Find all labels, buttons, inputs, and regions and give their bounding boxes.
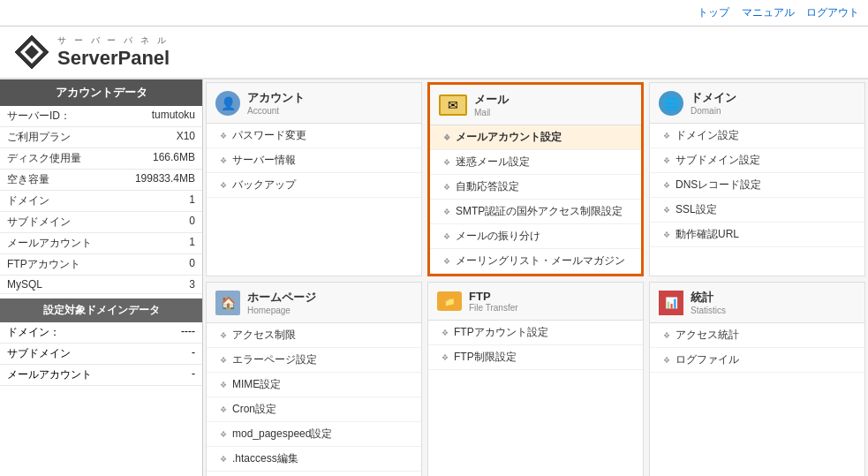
panel-item[interactable]: サブドメイン設定: [650, 148, 864, 173]
sidebar-row: FTPアカウント 0: [0, 254, 202, 276]
panel-item[interactable]: FTPアカウント設定: [428, 321, 643, 345]
ftp-panel-header: 📁 FTP File Transfer: [428, 283, 643, 321]
sidebar-header: アカウントデータ: [0, 79, 202, 106]
domain-header-text: ドメイン Domain: [691, 90, 736, 116]
ftp-subtitle: File Transfer: [469, 303, 518, 313]
panel-item[interactable]: .htaccess編集: [207, 447, 421, 472]
mail-title: メール: [474, 92, 509, 108]
sidebar-row: サブドメイン 0: [0, 212, 202, 233]
ftp-header-text: FTP File Transfer: [469, 290, 518, 313]
sidebar-section-header: 設定対象ドメインデータ: [0, 298, 202, 322]
account-title: アカウント: [247, 90, 305, 106]
ftp-title: FTP: [469, 290, 518, 303]
domain-panel-header: 🌐 ドメイン Domain: [650, 83, 864, 124]
stats-icon: 📊: [659, 291, 683, 315]
sidebar-row: メールアカウント 1: [0, 233, 202, 254]
panel-item[interactable]: 自動応答設定: [430, 175, 641, 200]
sidebar-row: サーバーID： tumutoku: [0, 106, 202, 127]
statistics-subtitle: Statistics: [691, 306, 726, 315]
sidebar-row: ご利用プラン X10: [0, 127, 202, 148]
mail-icon: ✉: [439, 94, 467, 116]
panel-item[interactable]: ログファイル: [650, 348, 864, 373]
account-header-text: アカウント Account: [247, 90, 305, 116]
domain-title: ドメイン: [691, 90, 736, 106]
sidebar-row: 空き容量 199833.4MB: [0, 170, 202, 191]
sidebar-domain-row: サブドメイン -: [0, 344, 202, 365]
disk-value: 166.6MB: [153, 151, 195, 166]
mysql-value: 3: [189, 278, 195, 291]
logout-link[interactable]: ログアウト: [806, 6, 859, 19]
logo-area: サ ー バ ー パ ネ ル ServerPanel: [13, 34, 170, 71]
panel-item[interactable]: バックアップ: [207, 173, 421, 198]
logo-subtext: サ ー バ ー パ ネ ル: [57, 34, 170, 47]
server-id-value: tumutoku: [152, 109, 195, 124]
target-subdomain-label: サブドメイン: [7, 346, 71, 361]
panel-item[interactable]: ドメイン設定: [650, 124, 864, 148]
panel-item[interactable]: メールアカウント設定: [430, 125, 641, 150]
top-link[interactable]: トップ: [698, 6, 729, 19]
account-subtitle: Account: [247, 106, 305, 116]
sidebar-row: MySQL 3: [0, 276, 202, 294]
domain-panel: 🌐 ドメイン Domain ドメイン設定 サブドメイン設定 DNSレコード設定 …: [649, 82, 865, 276]
panel-item[interactable]: SSL設定: [650, 198, 864, 223]
homepage-panel: 🏠 ホームページ Homepage アクセス制限 エラーページ設定 MIME設定…: [206, 282, 422, 476]
top-bar: トップ マニュアル ログアウト: [0, 0, 868, 26]
sidebar-domain-row: メールアカウント -: [0, 365, 202, 386]
panel-item[interactable]: Cron設定: [207, 397, 421, 422]
mysql-label: MySQL: [7, 278, 42, 291]
target-mail-value: -: [192, 367, 195, 382]
sidebar: アカウントデータ サーバーID： tumutoku ご利用プラン X10 ディス…: [0, 79, 203, 476]
panel-item[interactable]: メーリングリスト・メールマガジン: [430, 249, 641, 274]
panel-item[interactable]: サーバー情報: [207, 148, 421, 173]
panel-item[interactable]: mod_pagespeed設定: [207, 422, 421, 447]
panel-item[interactable]: アクセス統計: [650, 323, 864, 348]
statistics-title: 統計: [691, 290, 726, 306]
ftp-panel: 📁 FTP File Transfer FTPアカウント設定 FTP制限設定: [427, 282, 644, 476]
mail-panel-header: ✉ メール Mail: [430, 85, 641, 125]
account-icon: 👤: [215, 91, 240, 116]
panel-item[interactable]: 動作確認URL: [650, 223, 864, 247]
panel-item[interactable]: 迷惑メール設定: [430, 150, 641, 175]
panel-item[interactable]: メールの振り分け: [430, 224, 641, 249]
main-layout: アカウントデータ サーバーID： tumutoku ご利用プラン X10 ディス…: [0, 79, 868, 476]
target-domain-value: ----: [181, 325, 195, 340]
homepage-icon: 🏠: [215, 291, 240, 315]
panel-item[interactable]: パスワード変更: [207, 124, 421, 148]
plan-value: X10: [177, 130, 195, 145]
plan-label: ご利用プラン: [7, 130, 71, 145]
mail-account-value: 1: [189, 236, 195, 251]
panel-item[interactable]: MIME設定: [207, 373, 421, 397]
mail-account-label: メールアカウント: [7, 236, 92, 251]
statistics-header-text: 統計 Statistics: [691, 290, 726, 315]
statistics-panel-header: 📊 統計 Statistics: [650, 283, 864, 323]
mail-panel: ✉ メール Mail メールアカウント設定 迷惑メール設定 自動応答設定 SMT…: [427, 82, 644, 276]
sidebar-row: ドメイン 1: [0, 191, 202, 212]
account-panel-header: 👤 アカウント Account: [207, 83, 421, 124]
subdomain-label: サブドメイン: [7, 215, 71, 230]
free-value: 199833.4MB: [135, 172, 195, 187]
domain-value: 1: [189, 193, 195, 208]
manual-link[interactable]: マニュアル: [742, 6, 795, 19]
server-id-label: サーバーID：: [7, 109, 71, 124]
panel-item[interactable]: htc 転送設定: [207, 472, 421, 476]
mail-subtitle: Mail: [474, 108, 509, 117]
ftp-label: FTPアカウント: [7, 257, 80, 272]
mail-header-text: メール Mail: [474, 92, 509, 117]
homepage-subtitle: Homepage: [247, 306, 316, 315]
top-bar-right: トップ マニュアル ログアウト: [689, 5, 859, 20]
target-domain-label: ドメイン：: [7, 325, 60, 340]
target-mail-label: メールアカウント: [7, 367, 92, 382]
domain-subtitle: Domain: [691, 106, 736, 116]
panel-item[interactable]: SMTP認証の国外アクセス制限設定: [430, 200, 641, 224]
panel-item[interactable]: FTP制限設定: [428, 345, 643, 370]
domain-icon: 🌐: [659, 91, 683, 116]
panel-item[interactable]: エラーページ設定: [207, 348, 421, 373]
logo-title: ServerPanel: [57, 47, 170, 70]
sidebar-domain-row: ドメイン： ----: [0, 322, 202, 344]
panel-item[interactable]: アクセス制限: [207, 323, 421, 348]
statistics-panel: 📊 統計 Statistics アクセス統計 ログファイル: [649, 282, 865, 476]
homepage-header-text: ホームページ Homepage: [247, 290, 316, 315]
panel-item[interactable]: DNSレコード設定: [650, 173, 864, 198]
logo-text-area: サ ー バ ー パ ネ ル ServerPanel: [57, 34, 170, 70]
homepage-panel-header: 🏠 ホームページ Homepage: [207, 283, 421, 323]
